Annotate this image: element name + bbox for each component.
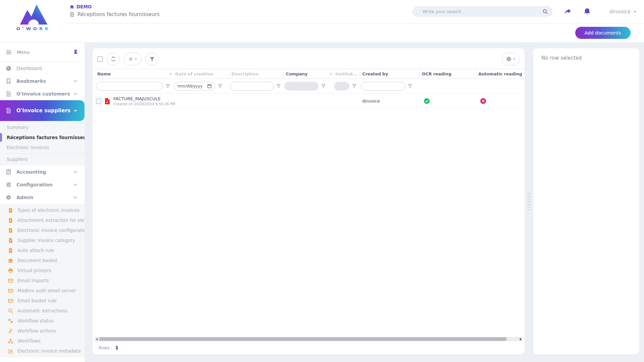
filter-funnel-icon[interactable] — [218, 84, 222, 88]
institution-filter-input — [334, 82, 350, 90]
empty-selection-text: No row selected — [541, 55, 631, 61]
home-icon — [70, 5, 74, 9]
check-circle-icon — [424, 98, 430, 104]
sidebar-item-electronic-invoices[interactable]: Electronic Invoices — [0, 142, 85, 153]
chevron-down-icon — [73, 92, 78, 96]
printer-icon — [8, 268, 13, 273]
sidebar-item-document-basket[interactable]: Document basket — [0, 255, 85, 265]
sidebar-item-oinvoice-suppliers[interactable]: O'Invoice suppliers — [0, 100, 85, 121]
chevron-down-icon — [73, 79, 78, 83]
page-title: Réceptions factures fournisseurs — [70, 11, 160, 17]
column-header-name[interactable]: Name — [95, 69, 173, 78]
table-row[interactable]: FACTURE_MAJUSCULE Created on 10/24/2024 … — [93, 94, 525, 109]
username: dinvoice — [609, 9, 631, 15]
sidebar-item-email-imports[interactable]: Email imports — [0, 276, 85, 286]
filter-funnel-icon[interactable] — [352, 84, 357, 88]
breadcrumb-root[interactable]: DEMO — [70, 4, 160, 9]
scrollbar-thumb[interactable] — [99, 337, 506, 341]
created-by-cell: dinvoice — [360, 99, 420, 104]
document-name: FACTURE_MAJUSCULE — [113, 96, 173, 101]
sidebar-item-auto-attach-rule[interactable]: Auto attach rule — [0, 245, 85, 255]
filter-cell-created-by — [360, 79, 420, 93]
column-header-ocr-reading[interactable]: OCR reading — [420, 69, 476, 78]
row-checkbox[interactable] — [96, 99, 101, 104]
column-header-institution[interactable]: Institut... — [333, 69, 360, 78]
scroll-left-arrow[interactable] — [95, 337, 99, 341]
sidebar-item-electronic-invoice-configuration[interactable]: Electronic invoice configuration — [0, 225, 85, 235]
sidebar-item-dashboard[interactable]: Dashboard — [0, 62, 85, 75]
columns-icon — [128, 57, 133, 62]
filter-button[interactable] — [146, 53, 158, 65]
column-header-company[interactable]: Company — [284, 69, 333, 78]
invoice-file-icon — [8, 248, 13, 253]
table-settings-button[interactable] — [502, 53, 520, 65]
description-filter-input[interactable] — [230, 82, 274, 90]
sidebar-item-workflows[interactable]: Workflows — [0, 336, 85, 346]
sidebar-item-bookmarks[interactable]: Bookmarks — [0, 75, 85, 87]
sidebar-item-virtual-printers[interactable]: Virtual printers — [0, 265, 85, 276]
filter-cell-company — [284, 79, 333, 93]
search-input[interactable] — [423, 9, 543, 14]
column-expand-icon[interactable] — [169, 72, 172, 76]
envelope-icon — [8, 278, 13, 283]
sidebar-item-receptions-factures[interactable]: Réceptions factures fournisseur 1 — [0, 132, 85, 142]
column-header-automatic-reading[interactable]: Automatic reading — [476, 69, 522, 78]
column-header-description[interactable]: Description — [229, 69, 284, 78]
calendar-icon[interactable] — [207, 84, 212, 88]
sidebar-item-supplier-invoice-category[interactable]: Supplier invoice category — [0, 235, 85, 245]
hamburger-icon[interactable] — [6, 50, 11, 55]
panel-resize-handle[interactable] — [525, 48, 533, 355]
sidebar-item-suppliers[interactable]: Suppliers — [0, 154, 85, 164]
name-filter-input[interactable] — [96, 82, 163, 90]
drag-dots-icon — [528, 193, 531, 210]
sidebar-item-automatic-extractions[interactable]: Automatic extractions — [0, 306, 85, 316]
global-search[interactable] — [412, 6, 552, 17]
sidebar-item-attachment-extraction[interactable]: Attachment extraction for electron — [0, 215, 85, 225]
invoice-file-icon — [8, 228, 13, 233]
select-all-checkbox[interactable] — [97, 56, 103, 62]
refresh-button[interactable] — [107, 53, 120, 65]
company-filter-input — [284, 82, 319, 90]
column-header-date-of-creation[interactable]: Date of creation — [173, 69, 229, 78]
sidebar-item-oinvoice-customers[interactable]: O'Invoice customers — [0, 87, 85, 100]
sidebar-item-workflow-status[interactable]: Workflow status — [0, 316, 85, 326]
search-icon[interactable] — [543, 9, 548, 14]
horizontal-scrollbar[interactable] — [95, 337, 523, 341]
footprints-icon — [8, 318, 13, 323]
sidebar-item-configuration[interactable]: Configuration — [0, 178, 85, 191]
filter-funnel-icon[interactable] — [408, 84, 412, 88]
share-button[interactable] — [564, 8, 572, 15]
filter-funnel-icon[interactable] — [166, 84, 170, 88]
sidebar-item-accounting[interactable]: Accounting — [0, 166, 85, 178]
runner-icon — [8, 328, 13, 334]
sidebar-item-admin[interactable]: Admin — [0, 191, 85, 204]
filter-funnel-icon[interactable] — [276, 84, 281, 88]
filter-funnel-icon[interactable] — [321, 84, 326, 88]
document-icon — [70, 12, 74, 17]
filter-row: mm/dd/yyyy — [93, 79, 525, 94]
sidebar-item-workflow-actions[interactable]: Workflow actions — [0, 326, 85, 336]
sidebar-item-modern-auth-email-server[interactable]: Modern auth email server — [0, 286, 85, 296]
created-by-filter-input[interactable] — [361, 82, 405, 90]
scrollbar-track[interactable] — [99, 337, 519, 341]
rows-count: 1 — [115, 345, 118, 350]
sidebar-item-email-basket-rule[interactable]: Email basket rule — [0, 296, 85, 306]
sidebar-item-summary[interactable]: Summary — [0, 122, 85, 132]
filter-cell-institution — [333, 79, 360, 93]
column-expand-icon[interactable] — [330, 72, 333, 76]
sidebar-item-electronic-invoice-metadata[interactable]: Electronic invoice metadata — [0, 346, 85, 356]
top-header: O'WORK DEMO Réceptions factures fourniss… — [0, 0, 644, 42]
notifications-button[interactable] — [584, 8, 591, 15]
column-header-created-by[interactable]: Created by — [360, 69, 420, 78]
suppliers-submenu: Summary Réceptions factures fournisseur … — [0, 121, 85, 166]
user-menu[interactable]: dinvoice — [609, 9, 637, 15]
date-filter-input[interactable]: mm/dd/yyyy — [174, 82, 215, 90]
document-created-note: Created on 10/24/2024 9:55:26 PM — [113, 102, 173, 106]
pin-icon[interactable] — [73, 50, 78, 55]
sidebar-item-types-of-electronic-invoices[interactable]: Types of electronic invoices — [0, 205, 85, 215]
scroll-right-arrow[interactable] — [519, 337, 523, 341]
envelope-icon — [8, 298, 13, 303]
add-documents-button[interactable]: Add documents — [575, 27, 631, 39]
columns-button[interactable] — [124, 53, 142, 65]
calculator-icon — [6, 169, 11, 175]
